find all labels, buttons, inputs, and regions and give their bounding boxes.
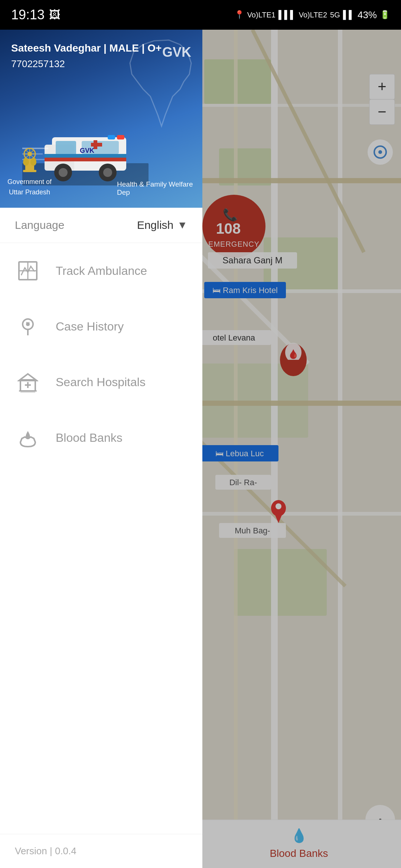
5g-icon: 5G <box>330 11 340 19</box>
track-ambulance-label: Track Ambulance <box>56 264 147 278</box>
svg-rect-56 <box>56 141 76 156</box>
gvk-brand-text: GVK <box>162 45 191 60</box>
govt-text-line1: Government of <box>7 178 52 186</box>
chevron-down-icon: ▼ <box>177 219 188 231</box>
hospital-icon <box>15 369 41 395</box>
location-icon: 📍 <box>234 10 244 20</box>
svg-point-83 <box>32 158 36 162</box>
battery-icon: 🔋 <box>380 10 390 20</box>
govt-logo: Government of Uttar Pradesh <box>7 147 52 197</box>
language-row: Language English ▼ <box>0 208 202 243</box>
search-hospitals-label: Search Hospitals <box>56 375 146 389</box>
drawer-scrim[interactable] <box>202 30 401 868</box>
sidebar-item-search-hospitals[interactable]: Search Hospitals <box>0 354 202 410</box>
svg-rect-79 <box>23 170 36 172</box>
user-info: Sateesh Vadeghar | MALE | O+ 7702257132 <box>11 41 162 70</box>
govt-text-line2: Uttar Pradesh <box>9 188 50 197</box>
battery-text: 43% <box>358 9 377 21</box>
user-phone: 7702257132 <box>11 58 162 70</box>
signal-lte1-icon: Vo)LTE1 <box>247 11 276 19</box>
pin-icon: N <box>15 313 41 339</box>
svg-rect-59 <box>45 154 126 158</box>
status-bar: 19:13 🖼 📍 Vo)LTE1 ▌▌▌ Vo)LTE2 5G ▌▌ 43% … <box>0 0 401 30</box>
drawer-header: Sateesh Vadeghar | MALE | O+ 7702257132 … <box>0 30 202 208</box>
signal-bars-icon: ▌▌▌ <box>278 10 296 20</box>
menu-list: Track Ambulance N Case History <box>0 243 202 834</box>
signal-bars2-icon: ▌▌ <box>343 10 355 20</box>
svg-rect-70 <box>108 135 115 139</box>
svg-point-90 <box>26 322 30 326</box>
sidebar-item-case-history[interactable]: N Case History <box>0 299 202 354</box>
language-label: Language <box>15 219 64 231</box>
sidebar-item-track-ambulance[interactable]: Track Ambulance <box>0 243 202 299</box>
user-name: Sateesh Vadeghar | MALE | O+ <box>11 41 162 55</box>
case-history-label: Case History <box>56 320 124 333</box>
svg-point-61 <box>59 168 68 177</box>
status-icons: 📍 Vo)LTE1 ▌▌▌ Vo)LTE2 5G ▌▌ 43% 🔋 <box>234 9 390 21</box>
language-selected: English <box>137 219 173 231</box>
photo-icon: 🖼 <box>49 9 60 21</box>
blood-banks-label: Blood Banks <box>56 431 123 445</box>
svg-rect-58 <box>45 158 126 161</box>
version-bar: Version | 0.0.4 <box>0 834 202 868</box>
map-icon <box>15 258 41 284</box>
signal-lte2-icon: Vo)LTE2 <box>299 11 327 19</box>
status-time: 19:13 <box>11 7 45 23</box>
sidebar-item-blood-banks[interactable]: Blood Banks <box>0 410 202 466</box>
blood-icon <box>15 425 41 451</box>
svg-text:GVK: GVK <box>80 147 94 154</box>
version-text: Version | 0.0.4 <box>15 845 76 857</box>
svg-point-63 <box>103 168 112 177</box>
language-selector[interactable]: English ▼ <box>137 219 188 231</box>
svg-rect-71 <box>117 135 124 139</box>
navigation-drawer: Sateesh Vadeghar | MALE | O+ 7702257132 … <box>0 30 202 868</box>
dept-text: Health & Family Welfare Dep <box>117 180 199 197</box>
svg-point-81 <box>23 158 27 162</box>
